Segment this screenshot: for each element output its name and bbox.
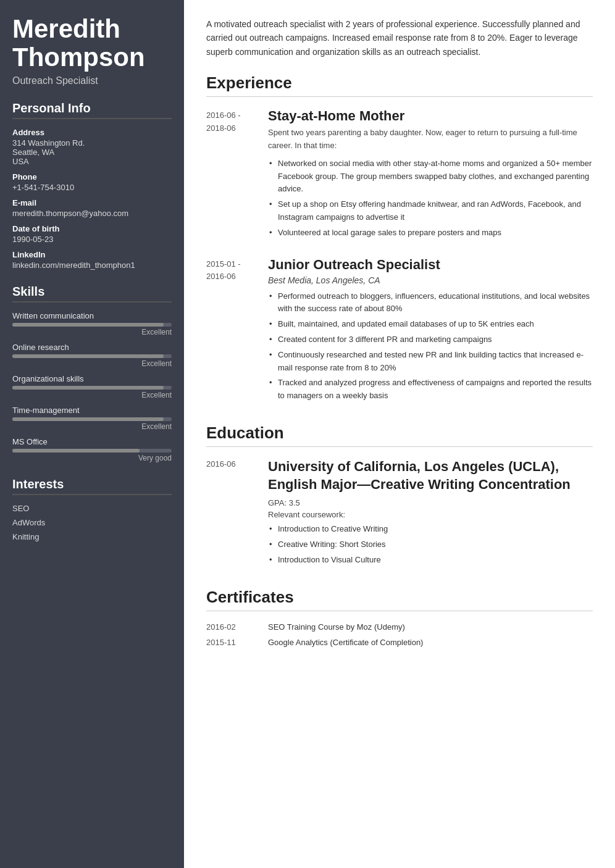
phone-label: Phone — [12, 172, 172, 182]
skill-bar-fill — [12, 449, 140, 453]
interest-item: Knitting — [12, 532, 172, 541]
skill-bar-background — [12, 386, 172, 390]
skill-level-label: Excellent — [12, 422, 172, 431]
skill-item: Organizational skillsExcellent — [12, 374, 172, 399]
skill-bar-background — [12, 354, 172, 358]
email-label: E-mail — [12, 198, 172, 207]
education-gpa: GPA: 3.5 — [268, 498, 593, 507]
summary: A motivated outreach specialist with 2 y… — [206, 17, 593, 59]
experience-item: 2016-06 - 2018-06Stay-at-Home MotherSpen… — [206, 108, 593, 241]
skill-bar-fill — [12, 323, 164, 327]
experience-bullet: Tracked and analyzed progress and effect… — [268, 377, 593, 403]
skill-level-label: Very good — [12, 454, 172, 462]
experience-bullets: Performed outreach to bloggers, influenc… — [268, 290, 593, 403]
skill-name: MS Office — [12, 437, 172, 446]
experience-bullet: Performed outreach to bloggers, influenc… — [268, 290, 593, 316]
sidebar: Meredith Thompson Outreach Specialist Pe… — [0, 0, 184, 868]
interests-header: Interests — [12, 477, 172, 495]
personal-info-header: Personal Info — [12, 101, 172, 119]
skill-bar-background — [12, 449, 172, 453]
experience-content: Junior Outreach SpecialistBest Media, Lo… — [268, 257, 593, 405]
experience-bullets: Networked on social media with other sta… — [268, 157, 593, 240]
certificate-date: 2016-02 — [206, 622, 268, 632]
skills-header: Skills — [12, 285, 172, 303]
candidate-name: Meredith Thompson — [12, 15, 172, 72]
education-institution: University of California, Los Angeles (U… — [268, 458, 593, 493]
experience-company: Best Media, Los Angeles, CA — [268, 275, 593, 285]
education-section: Education 2016-06University of Californi… — [206, 424, 593, 569]
experience-bullet: Created content for 3 different PR and m… — [268, 333, 593, 346]
skill-item: MS OfficeVery good — [12, 437, 172, 462]
skill-bar-background — [12, 417, 172, 421]
skill-item: Online researchExcellent — [12, 343, 172, 368]
experience-title: Stay-at-Home Mother — [268, 108, 593, 124]
experience-bullet: Networked on social media with other sta… — [268, 157, 593, 196]
address-line-2: Seattle, WA — [12, 148, 172, 157]
skills-list: Written communicationExcellentOnline res… — [12, 311, 172, 462]
skill-name: Online research — [12, 343, 172, 352]
skill-level-label: Excellent — [12, 391, 172, 399]
experience-bullet: Volunteered at local garage sales to pre… — [268, 227, 593, 240]
certificate-item: 2016-02SEO Training Course by Moz (Udemy… — [206, 622, 593, 632]
education-item: 2016-06University of California, Los Ang… — [206, 458, 593, 569]
skill-bar-background — [12, 323, 172, 327]
experience-date: 2016-06 - 2018-06 — [206, 108, 268, 241]
linkedin-label: LinkedIn — [12, 250, 172, 259]
certificates-section: Certificates 2016-02SEO Training Course … — [206, 588, 593, 647]
certificate-name: SEO Training Course by Moz (Udemy) — [268, 622, 405, 632]
experience-date: 2015-01 - 2016-06 — [206, 257, 268, 405]
skill-level-label: Excellent — [12, 328, 172, 336]
dob-label: Date of birth — [12, 224, 172, 233]
certificates-list: 2016-02SEO Training Course by Moz (Udemy… — [206, 622, 593, 647]
skill-name: Time-management — [12, 406, 172, 415]
experience-title: Junior Outreach Specialist — [268, 257, 593, 273]
skill-name: Written communication — [12, 311, 172, 320]
skill-item: Written communicationExcellent — [12, 311, 172, 336]
education-date: 2016-06 — [206, 458, 268, 569]
education-course: Creative Writing: Short Stories — [268, 538, 593, 551]
skill-bar-fill — [12, 386, 164, 390]
interest-item: AdWords — [12, 518, 172, 527]
education-course: Introduction to Creative Writing — [268, 523, 593, 536]
education-list: 2016-06University of California, Los Ang… — [206, 458, 593, 569]
experience-bullet: Set up a shop on Etsy offering handmade … — [268, 198, 593, 224]
experience-description: Spent two years parenting a baby daughte… — [268, 127, 593, 152]
education-coursework-list: Introduction to Creative WritingCreative… — [268, 523, 593, 566]
skill-level-label: Excellent — [12, 359, 172, 368]
certificate-item: 2015-11Google Analytics (Certificate of … — [206, 638, 593, 647]
skill-name: Organizational skills — [12, 374, 172, 383]
skill-bar-fill — [12, 417, 164, 421]
candidate-title: Outreach Specialist — [12, 75, 172, 86]
certificates-header: Certificates — [206, 588, 593, 611]
experience-section: Experience 2016-06 - 2018-06Stay-at-Home… — [206, 73, 593, 405]
skill-item: Time-managementExcellent — [12, 406, 172, 431]
address-label: Address — [12, 128, 172, 137]
experience-bullet: Continuously researched and tested new P… — [268, 349, 593, 375]
certificate-name: Google Analytics (Certificate of Complet… — [268, 638, 423, 647]
main-content: A motivated outreach specialist with 2 y… — [184, 0, 615, 868]
experience-list: 2016-06 - 2018-06Stay-at-Home MotherSpen… — [206, 108, 593, 405]
experience-bullet: Built, maintained, and updated email dat… — [268, 318, 593, 331]
linkedin-value: linkedin.com/meredith_thomphon1 — [12, 261, 172, 270]
interests-list: SEOAdWordsKnitting — [12, 504, 172, 541]
certificate-date: 2015-11 — [206, 638, 268, 647]
experience-header: Experience — [206, 73, 593, 97]
experience-item: 2015-01 - 2016-06Junior Outreach Special… — [206, 257, 593, 405]
address-line-1: 314 Washington Rd. — [12, 138, 172, 148]
interest-item: SEO — [12, 504, 172, 513]
skill-bar-fill — [12, 354, 164, 358]
education-coursework-label: Relevant coursework: — [268, 510, 593, 519]
email-value: meredith.thompson@yahoo.com — [12, 209, 172, 218]
address-line-3: USA — [12, 157, 172, 166]
experience-content: Stay-at-Home MotherSpent two years paren… — [268, 108, 593, 241]
phone-value: +1-541-754-3010 — [12, 183, 172, 192]
education-course: Introduction to Visual Culture — [268, 554, 593, 567]
education-content: University of California, Los Angeles (U… — [268, 458, 593, 569]
dob-value: 1990-05-23 — [12, 235, 172, 244]
education-header: Education — [206, 424, 593, 447]
